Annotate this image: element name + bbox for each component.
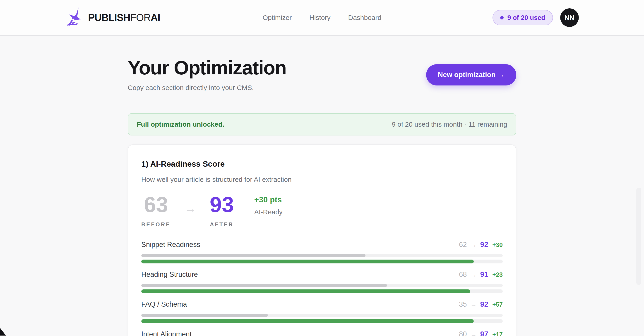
after-progress-track bbox=[141, 319, 503, 323]
scrollbar-thumb[interactable] bbox=[636, 188, 641, 285]
score-delta-points: +30 pts bbox=[254, 195, 282, 204]
before-progress-fill bbox=[141, 314, 268, 317]
score-delta: +30 pts AI-Ready bbox=[254, 195, 282, 216]
metric-scores: 80→97+17 bbox=[459, 330, 503, 336]
metric-after-value: 91 bbox=[480, 270, 488, 279]
nav-optimizer[interactable]: Optimizer bbox=[263, 14, 292, 21]
metric-delta: +30 bbox=[492, 241, 503, 248]
usage-badge-label: 9 of 20 used bbox=[507, 14, 545, 21]
metric-row: Heading Structure68→91+23 bbox=[141, 270, 503, 293]
arrow-right-icon: → bbox=[470, 271, 477, 278]
before-progress-track bbox=[141, 314, 503, 317]
title-row: Your Optimization Copy each section dire… bbox=[128, 57, 516, 92]
metric-row: Intent Alignment80→97+17 bbox=[141, 330, 503, 336]
after-score-value: 93 bbox=[210, 194, 234, 215]
metric-label: Intent Alignment bbox=[141, 330, 192, 336]
page-title: Your Optimization bbox=[128, 57, 286, 78]
nav-dashboard[interactable]: Dashboard bbox=[348, 14, 381, 21]
metric-after-value: 92 bbox=[480, 300, 488, 308]
metrics-list: Snippet Readiness62→92+30Heading Structu… bbox=[141, 240, 503, 336]
brand-star-pen-icon bbox=[65, 7, 86, 28]
main-content: Your Optimization Copy each section dire… bbox=[0, 57, 644, 336]
metric-before-value: 62 bbox=[459, 241, 467, 249]
new-optimization-button[interactable]: New optimization → bbox=[426, 64, 516, 85]
score-delta-label: AI-Ready bbox=[254, 208, 282, 216]
after-score: 93 AFTER bbox=[210, 194, 234, 228]
avatar[interactable]: NN bbox=[560, 8, 579, 27]
metric-before-value: 68 bbox=[459, 270, 467, 279]
before-score: 63 BEFORE bbox=[141, 194, 171, 228]
after-progress-track bbox=[141, 260, 503, 263]
metric-row: FAQ / Schema35→92+57 bbox=[141, 300, 503, 323]
unlock-banner-usage: 9 of 20 used this month · 11 remaining bbox=[392, 121, 507, 128]
metric-after-value: 92 bbox=[480, 240, 488, 249]
metric-before-value: 80 bbox=[459, 330, 467, 336]
brand-logo[interactable]: PUBLISHFORAI bbox=[65, 7, 160, 28]
ai-readiness-card: 1) AI-Readiness Score How well your arti… bbox=[128, 145, 516, 336]
after-progress-fill bbox=[141, 319, 474, 323]
usage-dot-icon bbox=[500, 16, 504, 19]
card-subheading: How well your article is structured for … bbox=[141, 176, 503, 183]
metric-scores: 35→92+57 bbox=[459, 300, 503, 308]
after-progress-track bbox=[141, 289, 503, 293]
before-progress-track bbox=[141, 284, 503, 287]
page-subtitle: Copy each section directly into your CMS… bbox=[128, 84, 286, 92]
unlock-banner-message: Full optimization unlocked. bbox=[137, 121, 224, 128]
metric-label: Snippet Readiness bbox=[141, 241, 200, 249]
metric-label: FAQ / Schema bbox=[141, 300, 187, 308]
metric-scores: 62→92+30 bbox=[459, 240, 503, 249]
metric-after-value: 97 bbox=[480, 330, 488, 336]
usage-badge[interactable]: 9 of 20 used bbox=[492, 10, 553, 25]
nav-history[interactable]: History bbox=[309, 14, 330, 21]
metric-label: Heading Structure bbox=[141, 270, 198, 279]
after-score-label: AFTER bbox=[210, 221, 234, 228]
unlock-banner: Full optimization unlocked. 9 of 20 used… bbox=[128, 113, 516, 136]
score-summary: 63 BEFORE → 93 AFTER +30 pts AI-Ready bbox=[141, 194, 503, 228]
after-progress-fill bbox=[141, 260, 474, 263]
mouse-cursor-icon bbox=[0, 328, 7, 336]
arrow-right-icon: → bbox=[470, 241, 477, 248]
before-score-value: 63 bbox=[141, 194, 171, 215]
metric-scores: 68→91+23 bbox=[459, 270, 503, 279]
metric-delta: +23 bbox=[492, 271, 503, 278]
metric-row: Snippet Readiness62→92+30 bbox=[141, 240, 503, 263]
metric-delta: +17 bbox=[492, 331, 503, 336]
arrow-right-icon: → bbox=[470, 301, 477, 308]
before-progress-track bbox=[141, 254, 503, 257]
arrow-right-icon: → bbox=[470, 331, 477, 336]
main-nav: Optimizer History Dashboard bbox=[263, 14, 381, 21]
metric-delta: +57 bbox=[492, 301, 503, 308]
header-right: 9 of 20 used NN bbox=[492, 8, 579, 27]
arrow-right-icon: → bbox=[184, 202, 196, 215]
after-progress-fill bbox=[141, 289, 470, 293]
before-score-label: BEFORE bbox=[141, 221, 171, 228]
before-progress-fill bbox=[141, 284, 387, 287]
card-heading: 1) AI-Readiness Score bbox=[141, 160, 503, 168]
app-header: PUBLISHFORAI Optimizer History Dashboard… bbox=[0, 0, 644, 36]
before-progress-fill bbox=[141, 254, 366, 257]
brand-wordmark: PUBLISHFORAI bbox=[88, 12, 160, 23]
metric-before-value: 35 bbox=[459, 300, 467, 308]
